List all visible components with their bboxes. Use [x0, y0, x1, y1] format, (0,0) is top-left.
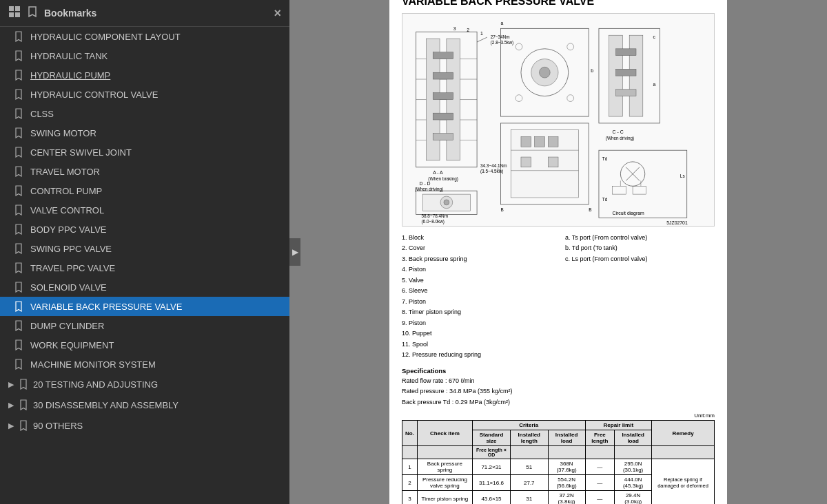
table-cell: 31 — [510, 491, 548, 504]
port-item: b. Td port (To tank) — [565, 244, 715, 253]
svg-text:Td: Td — [602, 156, 608, 161]
svg-text:Circuit diagram: Circuit diagram — [613, 210, 644, 216]
table-cell: 43.6×15 — [472, 491, 510, 504]
collapse-panel-button[interactable]: ▶ — [289, 238, 300, 266]
unit-label: Unit:mm — [402, 412, 715, 419]
svg-rect-60 — [521, 157, 531, 167]
svg-text:a: a — [653, 82, 656, 87]
svg-rect-61 — [548, 157, 558, 167]
svg-rect-16 — [433, 133, 453, 140]
specs-title: Specifications — [402, 367, 715, 375]
bookmark-label: SOLENOID VALVE — [30, 282, 107, 293]
bookmark-icon — [14, 127, 23, 138]
bookmark-item-control-pump[interactable]: CONTROL PUMP — [0, 181, 289, 200]
svg-text:58.8~78.4Nm: 58.8~78.4Nm — [422, 213, 448, 218]
bookmark-item-hydraulic-component-layout[interactable]: HYDRAULIC COMPONENT LAYOUT — [0, 27, 289, 46]
bookmark-label: SWING PPC VALVE — [30, 244, 112, 254]
bookmark-item-hydraulic-pump[interactable]: HYDRAULIC PUMP — [0, 65, 289, 85]
bookmark-icon — [14, 359, 23, 370]
bookmark-item-work-equipment[interactable]: WORK EQUIPMENT — [0, 335, 289, 355]
bookmark-item-dump-cylinder[interactable]: DUMP CYLINDER — [0, 316, 289, 335]
table-header-remedy: Remedy — [652, 421, 715, 446]
group-item-others[interactable]: ▶ 90 OTHERS — [0, 415, 289, 436]
bookmark-item-solenoid-valve[interactable]: SOLENOID VALVE — [0, 277, 289, 297]
page-title: VARIABLE BACK PRESSURE VALVE — [402, 0, 715, 8]
bookmark-item-hydraulic-tank[interactable]: HYDRAULIC TANK — [0, 46, 289, 65]
table-cell-remedy: Replace spring if damaged or deformed — [652, 459, 715, 504]
bookmark-item-valve-control[interactable]: VALVE CONTROL — [0, 200, 289, 220]
collapse-arrow-icon: ▶ — [292, 247, 298, 257]
svg-text:D - D: D - D — [420, 181, 431, 186]
bookmark-item-body-ppc-valve[interactable]: BODY PPC VALVE — [0, 220, 289, 239]
spec-item: Rated pressure : 34.8 MPa (355 kg/cm²) — [402, 387, 715, 397]
port-item: a. Ts port (From control valve) — [565, 233, 715, 243]
grid-icon[interactable] — [8, 6, 21, 21]
svg-rect-40 — [616, 90, 636, 96]
svg-rect-57 — [521, 136, 531, 147]
bookmark-label: TRAVEL MOTOR — [30, 167, 100, 177]
svg-text:Ls: Ls — [680, 173, 685, 178]
bookmark-label: WORK EQUIPMENT — [30, 340, 114, 350]
svg-rect-67 — [599, 150, 687, 218]
svg-text:2: 2 — [467, 28, 469, 32]
col-installed-length: Installed length — [510, 430, 548, 446]
bookmark-icon — [14, 243, 23, 254]
col-installed-load: Installed load — [548, 430, 585, 446]
part-item: 9. Piston — [402, 319, 551, 328]
svg-text:Td: Td — [602, 197, 608, 202]
group-bookmark-icon — [19, 379, 29, 390]
group-item-disassembly-assembly[interactable]: ▶ 30 DISASSEMBLY AND ASSEMBLY — [0, 395, 289, 415]
svg-text:5JZ02701: 5JZ02701 — [666, 220, 688, 225]
svg-text:34.3~44.1Nm: 34.3~44.1Nm — [480, 163, 507, 168]
group-item-testing-adjusting[interactable]: ▶ 20 TESTING AND ADJUSTING — [0, 374, 289, 395]
bookmark-icon — [14, 224, 23, 235]
table-cell: 29.4N (3.0kg) — [615, 491, 652, 504]
bookmark-item-clss[interactable]: CLSS — [0, 104, 289, 123]
svg-line-24 — [477, 37, 487, 42]
part-item: 3. Back pressure spring — [402, 255, 551, 264]
bookmark-label: MACHINE MONITOR SYSTEM — [30, 359, 156, 370]
bookmark-label: TRAVEL PPC VALVE — [30, 263, 115, 273]
close-icon[interactable]: × — [274, 7, 281, 19]
bookmark-icon — [14, 70, 23, 81]
bookmark-label: CONTROL PUMP — [30, 186, 102, 196]
group-label: 30 DISASSEMBLY AND ASSEMBLY — [33, 400, 178, 410]
table-cell: Pressure reducing valve spring — [417, 475, 472, 491]
table-cell: 1 — [402, 459, 418, 475]
data-table: No. Check item Criteria Repair limit Rem… — [402, 420, 715, 504]
bookmark-item-swing-ppc-valve[interactable]: SWING PPC VALVE — [0, 239, 289, 258]
bookmark-label: BODY PPC VALVE — [30, 224, 107, 235]
svg-rect-72 — [613, 186, 626, 194]
bookmark-label: CLSS — [30, 109, 54, 119]
bookmark-icon — [14, 147, 23, 158]
bookmarks-list[interactable]: HYDRAULIC COMPONENT LAYOUT HYDRAULIC TAN… — [0, 27, 289, 504]
table-cell: 37.2N (3.8kg) — [548, 491, 585, 504]
svg-text:B: B — [589, 207, 591, 211]
table-cell: 368N (37.6kg) — [548, 459, 585, 475]
bookmark-item-swing-motor[interactable]: SWING MOTOR — [0, 123, 289, 143]
svg-point-48 — [444, 200, 449, 205]
bookmark-item-travel-motor[interactable]: TRAVEL MOTOR — [0, 162, 289, 181]
bookmark-item-variable-back-pressure-valve[interactable]: VARIABLE BACK PRESSURE VALVE — [0, 297, 289, 316]
bookmark-item-travel-ppc-valve[interactable]: TRAVEL PPC VALVE — [0, 258, 289, 277]
table-header-item: Check item — [417, 421, 472, 446]
bookmark-item-machine-monitor-system[interactable]: MACHINE MONITOR SYSTEM — [0, 355, 289, 374]
col-repair-load: Installed load — [615, 430, 652, 446]
bookmark-panel-icon[interactable] — [26, 6, 39, 21]
svg-rect-1 — [15, 6, 20, 11]
bookmark-item-center-swivel-joint[interactable]: CENTER SWIVEL JOINT — [0, 143, 289, 162]
left-panel: Bookmarks × HYDRAULIC COMPONENT LAYOUT H… — [0, 0, 289, 504]
part-item: 7. Piston — [402, 297, 551, 307]
svg-rect-73 — [633, 186, 646, 194]
bookmark-label: VARIABLE BACK PRESSURE VALVE — [30, 302, 182, 312]
col-free-length: Free length — [585, 430, 615, 446]
bookmark-icon — [14, 301, 23, 312]
parts-section: 1. Block2. Cover3. Back pressure spring4… — [402, 233, 715, 361]
table-cell: — — [585, 491, 615, 504]
table-cell: — — [585, 459, 615, 475]
svg-point-32 — [567, 94, 574, 101]
bookmark-item-hydraulic-control-valve[interactable]: HYDRAULIC CONTROL VALVE — [0, 85, 289, 104]
table-cell: 27.7 — [510, 475, 548, 491]
spec-item: Back pressure Td : 0.29 MPa (3kg/cm²) — [402, 398, 715, 408]
bookmark-icon — [14, 339, 23, 350]
